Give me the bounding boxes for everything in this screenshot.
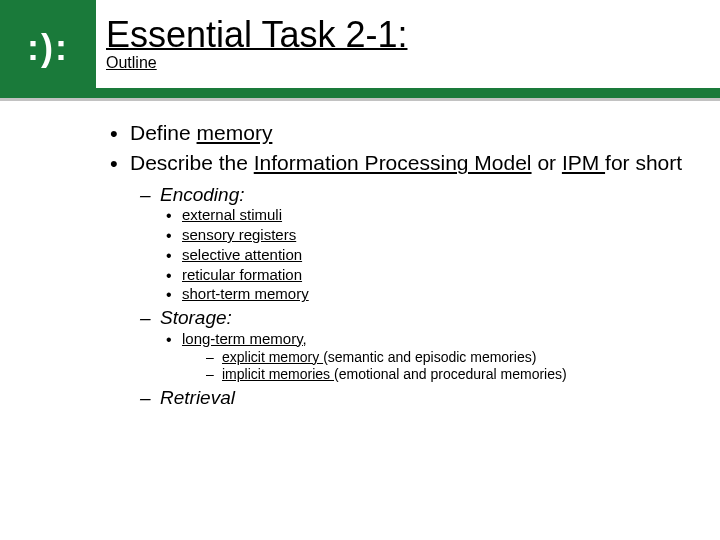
label: Storage: xyxy=(160,307,232,328)
title-area: Essential Task 2-1: Outline xyxy=(106,14,407,72)
slide-subtitle: Outline xyxy=(106,54,407,72)
bullet-define: Define memory xyxy=(130,120,700,146)
term: reticular formation xyxy=(182,266,302,283)
sub-storage: Storage: long-term memory, explicit memo… xyxy=(160,306,700,384)
term: selective attention xyxy=(182,246,302,263)
header-shadow xyxy=(0,98,720,101)
text: for short xyxy=(605,151,682,174)
ltm-sub: explicit memory (semantic and episodic m… xyxy=(222,349,700,367)
header: :): Essential Task 2-1: Outline xyxy=(0,0,720,96)
text: or xyxy=(532,151,562,174)
tail: (semantic and episodic memories) xyxy=(323,349,536,365)
enc-item: short-term memory xyxy=(182,285,700,304)
term: sensory registers xyxy=(182,226,296,243)
term-memory: memory xyxy=(197,121,273,144)
enc-item: external stimuli xyxy=(182,206,700,225)
bullet-describe: Describe the Information Processing Mode… xyxy=(130,150,700,409)
term-ipm-short: IPM xyxy=(562,151,605,174)
ltm-sub: implicit memories (emotional and procedu… xyxy=(222,366,700,384)
slide-title: Essential Task 2-1: xyxy=(106,14,407,56)
header-divider xyxy=(0,88,720,98)
term-ipm-long: Information Processing Model xyxy=(254,151,532,174)
content: Define memory Describe the Information P… xyxy=(110,120,700,413)
label: Retrieval xyxy=(160,387,235,408)
enc-item: reticular formation xyxy=(182,266,700,285)
label: Encoding: xyxy=(160,184,245,205)
term: external stimuli xyxy=(182,206,282,223)
text: Define xyxy=(130,121,197,144)
enc-item: sensory registers xyxy=(182,226,700,245)
term: long-term memory, xyxy=(182,330,307,347)
logo-box: :): xyxy=(0,0,96,96)
term: implicit memories xyxy=(222,366,334,382)
enc-item: selective attention xyxy=(182,246,700,265)
tail: (emotional and procedural memories) xyxy=(334,366,567,382)
sub-encoding: Encoding: external stimuli sensory regis… xyxy=(160,183,700,305)
storage-ltm: long-term memory, explicit memory (seman… xyxy=(182,330,700,384)
term: short-term memory xyxy=(182,285,309,302)
logo-icon: :): xyxy=(27,30,69,66)
sub-retrieval: Retrieval xyxy=(160,386,700,410)
text: Describe the xyxy=(130,151,254,174)
term: explicit memory xyxy=(222,349,323,365)
